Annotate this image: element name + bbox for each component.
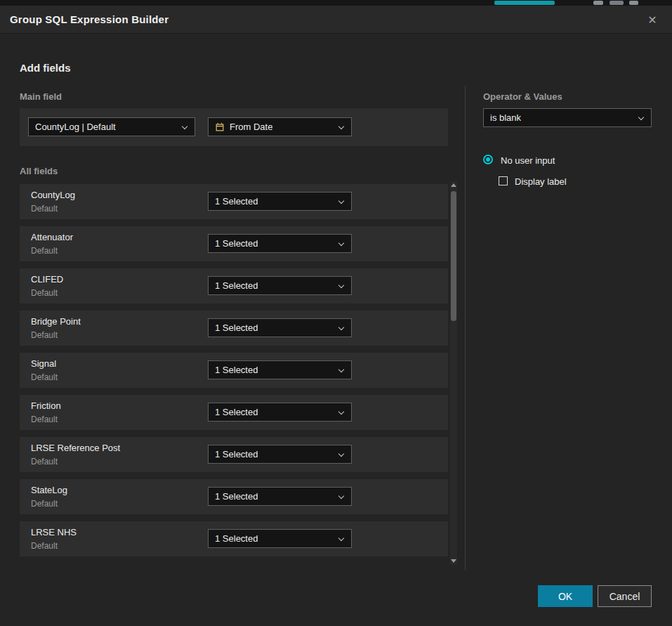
chevron-down-icon (338, 325, 345, 331)
chevron-down-icon (338, 198, 345, 204)
no-user-input-radio[interactable] (483, 155, 493, 164)
field-name: StateLog (31, 485, 67, 495)
panel-divider (465, 86, 466, 570)
dialog-title: Group SQL Expression Builder (10, 13, 169, 25)
display-label-checkbox[interactable] (499, 176, 508, 185)
selected-count-label: 1 Selected (215, 449, 258, 459)
field-row: Friction Default 1 Selected (20, 395, 448, 430)
field-selection-dropdown[interactable]: 1 Selected (208, 445, 352, 464)
field-subtitle: Default (31, 330, 58, 340)
field-subtitle: Default (31, 246, 58, 256)
field-subtitle: Default (31, 372, 58, 382)
field-subtitle: Default (31, 541, 58, 551)
chevron-down-icon (338, 535, 345, 542)
field-row: Attenuator Default 1 Selected (20, 226, 448, 261)
field-name: LRSE Reference Post (31, 443, 120, 453)
chevron-down-icon (338, 409, 345, 415)
field-subtitle: Default (31, 457, 58, 467)
all-fields-label: All fields (20, 166, 58, 176)
field-selection-dropdown[interactable]: 1 Selected (208, 318, 352, 337)
selected-count-label: 1 Selected (215, 196, 258, 207)
chevron-down-icon (338, 240, 345, 247)
obscured-background-icon (629, 1, 638, 5)
field-row: LRSE Reference Post Default 1 Selected (20, 437, 448, 472)
field-row: CLIFED Default 1 Selected (20, 268, 448, 304)
chevron-down-icon (338, 367, 345, 373)
field-selection-dropdown[interactable]: 1 Selected (208, 192, 352, 211)
selected-count-label: 1 Selected (215, 238, 258, 249)
field-selection-dropdown[interactable]: 1 Selected (208, 360, 352, 379)
field-subtitle: Default (31, 415, 58, 424)
operator-dropdown[interactable]: is blank (483, 108, 652, 127)
field-row: Bridge Point Default 1 Selected (20, 311, 448, 346)
operator-value: is blank (490, 112, 521, 123)
field-subtitle: Default (31, 499, 58, 509)
scrollbar[interactable] (450, 181, 457, 565)
group-sql-expression-builder-dialog: Group SQL Expression Builder ✕ Add field… (0, 6, 672, 626)
field-selection-dropdown[interactable]: 1 Selected (208, 276, 352, 295)
main-field-source-value: CountyLog | Default (35, 122, 116, 132)
field-name: Friction (31, 400, 61, 411)
field-name: CLIFED (31, 274, 63, 285)
scroll-down-icon[interactable] (451, 559, 456, 563)
main-field-date-dropdown[interactable]: From Date (208, 117, 352, 136)
chevron-down-icon (338, 451, 345, 457)
field-selection-dropdown[interactable]: 1 Selected (208, 487, 352, 506)
selected-count-label: 1 Selected (215, 280, 258, 291)
selected-count-label: 1 Selected (215, 365, 258, 375)
chevron-down-icon (182, 124, 188, 130)
field-row: Signal Default 1 Selected (20, 353, 448, 388)
screen: Group SQL Expression Builder ✕ Add field… (0, 0, 672, 626)
selected-count-label: 1 Selected (215, 407, 258, 417)
main-field-date-value: From Date (230, 122, 272, 132)
main-field-label: Main field (20, 91, 62, 102)
scroll-up-icon[interactable] (451, 183, 456, 187)
close-icon[interactable]: ✕ (643, 6, 662, 34)
cancel-button[interactable]: Cancel (598, 585, 652, 607)
main-field-panel: CountyLog | Default From Date (20, 108, 448, 146)
field-name: Bridge Point (31, 316, 81, 327)
field-name: LRSE NHS (31, 527, 77, 537)
ok-button[interactable]: OK (538, 585, 593, 607)
field-row: StateLog Default 1 Selected (20, 479, 448, 514)
field-name: Attenuator (31, 232, 73, 242)
calendar-icon (215, 122, 225, 132)
scrollbar-thumb[interactable] (451, 191, 456, 321)
obscured-background-content (494, 1, 555, 5)
field-selection-dropdown[interactable]: 1 Selected (208, 234, 352, 253)
selected-count-label: 1 Selected (215, 322, 258, 333)
chevron-down-icon (338, 493, 345, 500)
selected-count-label: 1 Selected (215, 491, 258, 502)
obscured-background-icon (593, 1, 603, 5)
selected-count-label: 1 Selected (215, 533, 258, 544)
field-name: Signal (31, 358, 56, 369)
field-row: LRSE NHS Default 1 Selected (20, 521, 448, 556)
chevron-down-icon (338, 124, 345, 130)
chevron-down-icon (338, 282, 345, 289)
field-row: CountyLog Default 1 Selected (20, 184, 448, 219)
field-subtitle: Default (31, 288, 58, 298)
field-selection-dropdown[interactable]: 1 Selected (208, 529, 352, 548)
obscured-background-icon (610, 1, 624, 5)
field-name: CountyLog (31, 190, 75, 200)
field-subtitle: Default (31, 204, 58, 214)
operator-values-heading: Operator & Values (483, 91, 562, 102)
chevron-down-icon (638, 115, 645, 121)
dialog-header: Group SQL Expression Builder ✕ (0, 6, 672, 34)
main-field-source-dropdown[interactable]: CountyLog | Default (28, 117, 195, 136)
no-user-input-label[interactable]: No user input (501, 155, 555, 166)
display-label-label[interactable]: Display label (515, 176, 567, 187)
add-fields-heading: Add fields (20, 62, 71, 74)
field-selection-dropdown[interactable]: 1 Selected (208, 403, 352, 422)
